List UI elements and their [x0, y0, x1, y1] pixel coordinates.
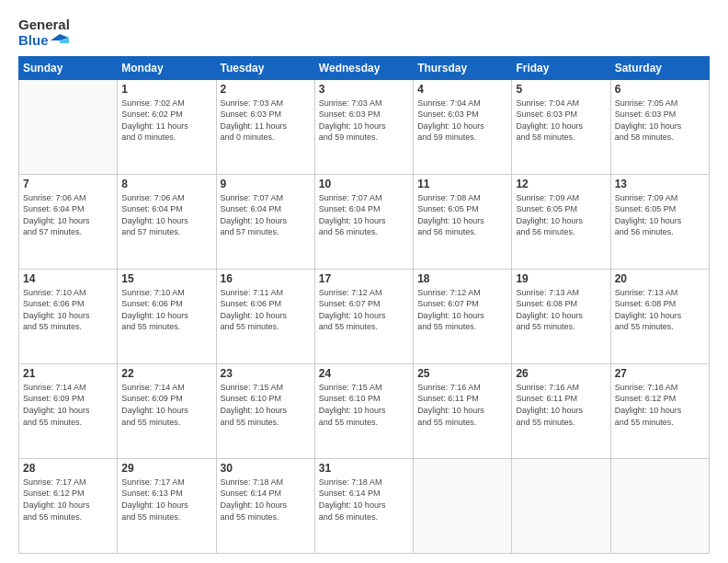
- day-info: Sunrise: 7:14 AM Sunset: 6:09 PM Dayligh…: [23, 382, 113, 428]
- day-info: Sunrise: 7:16 AM Sunset: 6:11 PM Dayligh…: [417, 382, 507, 428]
- day-info: Sunrise: 7:16 AM Sunset: 6:12 PM Dayligh…: [615, 382, 705, 428]
- day-info: Sunrise: 7:07 AM Sunset: 6:04 PM Dayligh…: [221, 192, 311, 238]
- day-info: Sunrise: 7:09 AM Sunset: 6:05 PM Dayligh…: [516, 192, 606, 238]
- day-info: Sunrise: 7:10 AM Sunset: 6:06 PM Dayligh…: [23, 287, 113, 333]
- calendar-cell: 8Sunrise: 7:06 AM Sunset: 6:04 PM Daylig…: [118, 174, 216, 269]
- day-info: Sunrise: 7:04 AM Sunset: 6:03 PM Dayligh…: [417, 98, 507, 144]
- day-number: 27: [615, 367, 705, 380]
- day-info: Sunrise: 7:12 AM Sunset: 6:07 PM Dayligh…: [319, 287, 409, 333]
- calendar-cell: 20Sunrise: 7:13 AM Sunset: 6:08 PM Dayli…: [610, 269, 709, 363]
- day-info: Sunrise: 7:03 AM Sunset: 6:03 PM Dayligh…: [221, 98, 311, 144]
- calendar-cell: 1Sunrise: 7:02 AM Sunset: 6:02 PM Daylig…: [118, 79, 216, 174]
- calendar-cell: 10Sunrise: 7:07 AM Sunset: 6:04 PM Dayli…: [314, 174, 413, 269]
- day-info: Sunrise: 7:06 AM Sunset: 6:04 PM Dayligh…: [23, 192, 113, 238]
- week-row-2: 7Sunrise: 7:06 AM Sunset: 6:04 PM Daylig…: [19, 174, 710, 269]
- day-info: Sunrise: 7:15 AM Sunset: 6:10 PM Dayligh…: [319, 382, 409, 428]
- day-info: Sunrise: 7:04 AM Sunset: 6:03 PM Dayligh…: [516, 98, 606, 144]
- calendar-cell: 22Sunrise: 7:14 AM Sunset: 6:09 PM Dayli…: [118, 363, 216, 458]
- calendar-cell: 30Sunrise: 7:18 AM Sunset: 6:14 PM Dayli…: [216, 458, 314, 553]
- day-info: Sunrise: 7:12 AM Sunset: 6:07 PM Dayligh…: [417, 287, 507, 333]
- day-number: 31: [319, 462, 409, 475]
- day-number: 18: [417, 272, 507, 285]
- day-info: Sunrise: 7:06 AM Sunset: 6:04 PM Dayligh…: [121, 192, 211, 238]
- day-info: Sunrise: 7:13 AM Sunset: 6:08 PM Dayligh…: [615, 287, 705, 333]
- day-number: 3: [319, 83, 409, 96]
- calendar-cell: [19, 79, 118, 174]
- week-row-4: 21Sunrise: 7:14 AM Sunset: 6:09 PM Dayli…: [19, 363, 710, 458]
- calendar-cell: 26Sunrise: 7:16 AM Sunset: 6:11 PM Dayli…: [512, 363, 610, 458]
- calendar-cell: 19Sunrise: 7:13 AM Sunset: 6:08 PM Dayli…: [512, 269, 610, 363]
- day-number: 12: [516, 178, 606, 190]
- calendar-cell: 12Sunrise: 7:09 AM Sunset: 6:05 PM Dayli…: [512, 174, 610, 269]
- day-info: Sunrise: 7:10 AM Sunset: 6:06 PM Dayligh…: [121, 287, 211, 333]
- logo: General Blue: [18, 17, 70, 49]
- day-number: 29: [121, 462, 211, 475]
- day-info: Sunrise: 7:18 AM Sunset: 6:14 PM Dayligh…: [319, 477, 409, 523]
- calendar-cell: 23Sunrise: 7:15 AM Sunset: 6:10 PM Dayli…: [216, 363, 314, 458]
- day-info: Sunrise: 7:17 AM Sunset: 6:13 PM Dayligh…: [121, 477, 211, 523]
- day-number: 15: [121, 272, 211, 285]
- col-header-wednesday: Wednesday: [314, 56, 413, 79]
- day-number: 11: [417, 178, 507, 190]
- logo-bird-icon: [51, 34, 69, 47]
- day-info: Sunrise: 7:17 AM Sunset: 6:12 PM Dayligh…: [23, 477, 113, 523]
- calendar-cell: 25Sunrise: 7:16 AM Sunset: 6:11 PM Dayli…: [414, 363, 512, 458]
- calendar-cell: 4Sunrise: 7:04 AM Sunset: 6:03 PM Daylig…: [414, 79, 512, 174]
- calendar-cell: [414, 458, 512, 553]
- day-number: 28: [23, 462, 113, 475]
- day-info: Sunrise: 7:18 AM Sunset: 6:14 PM Dayligh…: [221, 477, 311, 523]
- calendar-cell: 28Sunrise: 7:17 AM Sunset: 6:12 PM Dayli…: [19, 458, 118, 553]
- day-info: Sunrise: 7:03 AM Sunset: 6:03 PM Dayligh…: [319, 98, 409, 144]
- day-number: 21: [23, 367, 113, 380]
- day-info: Sunrise: 7:09 AM Sunset: 6:05 PM Dayligh…: [615, 192, 705, 238]
- calendar-cell: 31Sunrise: 7:18 AM Sunset: 6:14 PM Dayli…: [314, 458, 413, 553]
- calendar-cell: 5Sunrise: 7:04 AM Sunset: 6:03 PM Daylig…: [512, 79, 610, 174]
- col-header-thursday: Thursday: [414, 56, 512, 79]
- calendar-cell: 15Sunrise: 7:10 AM Sunset: 6:06 PM Dayli…: [118, 269, 216, 363]
- day-number: 30: [221, 462, 311, 475]
- day-info: Sunrise: 7:07 AM Sunset: 6:04 PM Dayligh…: [319, 192, 409, 238]
- calendar-cell: [512, 458, 610, 553]
- day-number: 19: [516, 272, 606, 285]
- header: General Blue: [18, 17, 710, 49]
- col-header-sunday: Sunday: [19, 56, 118, 79]
- calendar-cell: 6Sunrise: 7:05 AM Sunset: 6:03 PM Daylig…: [610, 79, 709, 174]
- day-info: Sunrise: 7:08 AM Sunset: 6:05 PM Dayligh…: [417, 192, 507, 238]
- day-number: 9: [221, 178, 311, 190]
- week-row-3: 14Sunrise: 7:10 AM Sunset: 6:06 PM Dayli…: [19, 269, 710, 363]
- day-info: Sunrise: 7:11 AM Sunset: 6:06 PM Dayligh…: [221, 287, 311, 333]
- calendar-cell: 3Sunrise: 7:03 AM Sunset: 6:03 PM Daylig…: [314, 79, 413, 174]
- col-header-tuesday: Tuesday: [216, 56, 314, 79]
- logo-text-block: General Blue: [18, 17, 70, 49]
- calendar-cell: 16Sunrise: 7:11 AM Sunset: 6:06 PM Dayli…: [216, 269, 314, 363]
- calendar-cell: 13Sunrise: 7:09 AM Sunset: 6:05 PM Dayli…: [610, 174, 709, 269]
- week-row-5: 28Sunrise: 7:17 AM Sunset: 6:12 PM Dayli…: [19, 458, 710, 553]
- calendar-cell: 14Sunrise: 7:10 AM Sunset: 6:06 PM Dayli…: [19, 269, 118, 363]
- day-number: 25: [417, 367, 507, 380]
- calendar-cell: [610, 458, 709, 553]
- day-number: 13: [615, 178, 705, 190]
- day-number: 14: [23, 272, 113, 285]
- day-number: 17: [319, 272, 409, 285]
- day-number: 22: [121, 367, 211, 380]
- day-number: 2: [221, 83, 311, 96]
- day-number: 5: [516, 83, 606, 96]
- calendar-cell: 24Sunrise: 7:15 AM Sunset: 6:10 PM Dayli…: [314, 363, 413, 458]
- calendar-cell: 21Sunrise: 7:14 AM Sunset: 6:09 PM Dayli…: [19, 363, 118, 458]
- day-info: Sunrise: 7:02 AM Sunset: 6:02 PM Dayligh…: [121, 98, 211, 144]
- calendar-header-row: SundayMondayTuesdayWednesdayThursdayFrid…: [19, 56, 710, 79]
- calendar-cell: 7Sunrise: 7:06 AM Sunset: 6:04 PM Daylig…: [19, 174, 118, 269]
- day-info: Sunrise: 7:13 AM Sunset: 6:08 PM Dayligh…: [516, 287, 606, 333]
- calendar-cell: 27Sunrise: 7:16 AM Sunset: 6:12 PM Dayli…: [610, 363, 709, 458]
- day-number: 10: [319, 178, 409, 190]
- calendar-cell: 9Sunrise: 7:07 AM Sunset: 6:04 PM Daylig…: [216, 174, 314, 269]
- day-number: 16: [221, 272, 311, 285]
- col-header-monday: Monday: [118, 56, 216, 79]
- calendar-cell: 18Sunrise: 7:12 AM Sunset: 6:07 PM Dayli…: [414, 269, 512, 363]
- calendar-cell: 17Sunrise: 7:12 AM Sunset: 6:07 PM Dayli…: [314, 269, 413, 363]
- day-info: Sunrise: 7:05 AM Sunset: 6:03 PM Dayligh…: [615, 98, 705, 144]
- calendar-cell: 29Sunrise: 7:17 AM Sunset: 6:13 PM Dayli…: [118, 458, 216, 553]
- week-row-1: 1Sunrise: 7:02 AM Sunset: 6:02 PM Daylig…: [19, 79, 710, 174]
- day-number: 8: [121, 178, 211, 190]
- calendar-cell: 11Sunrise: 7:08 AM Sunset: 6:05 PM Dayli…: [414, 174, 512, 269]
